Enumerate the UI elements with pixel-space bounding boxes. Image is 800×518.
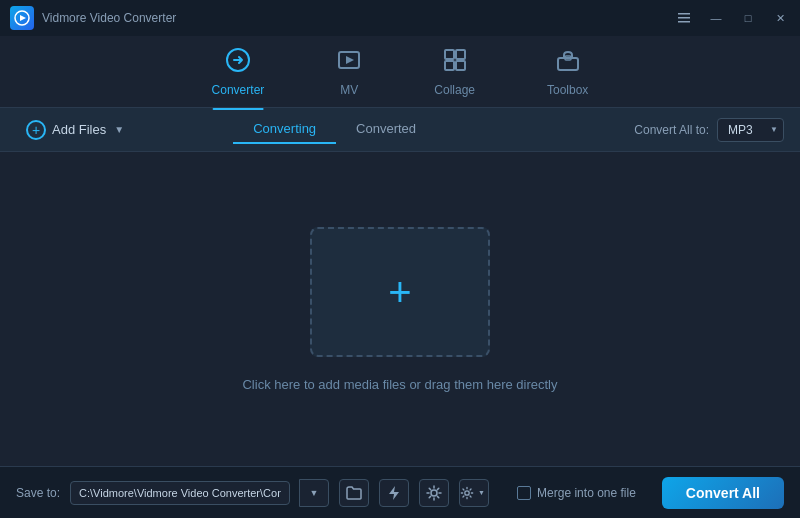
gear-button[interactable]: ▼ (459, 479, 489, 507)
menu-button[interactable] (672, 8, 696, 28)
tab-converter-label: Converter (212, 83, 265, 97)
svg-rect-3 (678, 17, 690, 19)
sub-tab-group: Converting Converted (233, 115, 436, 144)
mv-icon (336, 47, 362, 79)
svg-marker-1 (20, 15, 26, 21)
svg-rect-10 (456, 61, 465, 70)
drop-zone-plus-icon: + (388, 272, 411, 312)
tab-toolbox-label: Toolbox (547, 83, 588, 97)
add-files-dropdown-icon: ▼ (114, 124, 124, 135)
app-title-text: Vidmore Video Converter (42, 11, 176, 25)
merge-checkbox[interactable] (517, 486, 531, 500)
format-select-wrapper: MP3 MP4 AVI MOV MKV AAC WAV FLAC (717, 118, 784, 142)
merge-label-group: Merge into one file (517, 486, 636, 500)
toolbar: + Add Files ▼ Converting Converted Conve… (0, 108, 800, 152)
svg-point-14 (465, 490, 469, 494)
tab-toolbox[interactable]: Toolbox (531, 41, 604, 103)
svg-rect-9 (445, 61, 454, 70)
svg-rect-2 (678, 13, 690, 15)
tab-mv-label: MV (340, 83, 358, 97)
drop-hint-text: Click here to add media files or drag th… (242, 377, 557, 392)
gear-dropdown-arrow: ▼ (478, 489, 485, 496)
sub-tab-converted[interactable]: Converted (336, 115, 436, 144)
maximize-button[interactable]: □ (736, 8, 760, 28)
tab-converter[interactable]: Converter (196, 41, 281, 103)
window-controls: — □ ✕ (672, 8, 792, 28)
save-path-input[interactable] (70, 481, 290, 505)
close-button[interactable]: ✕ (768, 8, 792, 28)
svg-rect-4 (678, 21, 690, 23)
nav-bar: Converter MV Collage (0, 36, 800, 108)
drop-zone[interactable]: + (310, 227, 490, 357)
tab-collage[interactable]: Collage (418, 41, 491, 103)
title-bar: Vidmore Video Converter — □ ✕ (0, 0, 800, 36)
merge-text: Merge into one file (537, 486, 636, 500)
collage-icon (442, 47, 468, 79)
save-path-dropdown-button[interactable]: ▼ (299, 479, 329, 507)
add-files-button[interactable]: + Add Files ▼ (16, 114, 134, 146)
add-files-label: Add Files (52, 122, 106, 137)
save-to-label: Save to: (16, 486, 60, 500)
minimize-button[interactable]: — (704, 8, 728, 28)
converter-icon (225, 47, 251, 79)
svg-rect-7 (445, 50, 454, 59)
tab-collage-label: Collage (434, 83, 475, 97)
sub-tab-converting[interactable]: Converting (233, 115, 336, 144)
open-folder-button[interactable] (339, 479, 369, 507)
settings2-button[interactable] (419, 479, 449, 507)
format-select[interactable]: MP3 MP4 AVI MOV MKV AAC WAV FLAC (717, 118, 784, 142)
main-content: + Click here to add media files or drag … (0, 152, 800, 466)
convert-all-to-label: Convert All to: (634, 123, 709, 137)
convert-all-to-group: Convert All to: MP3 MP4 AVI MOV MKV AAC … (634, 118, 784, 142)
convert-all-button[interactable]: Convert All (662, 477, 784, 509)
tab-mv[interactable]: MV (320, 41, 378, 103)
add-files-plus-icon: + (26, 120, 46, 140)
bottom-bar: Save to: ▼ ▼ Merge into one file Convert… (0, 466, 800, 518)
app-logo (10, 6, 34, 30)
svg-point-13 (431, 490, 437, 496)
flash-button[interactable] (379, 479, 409, 507)
toolbox-icon (555, 47, 581, 79)
svg-rect-8 (456, 50, 465, 59)
